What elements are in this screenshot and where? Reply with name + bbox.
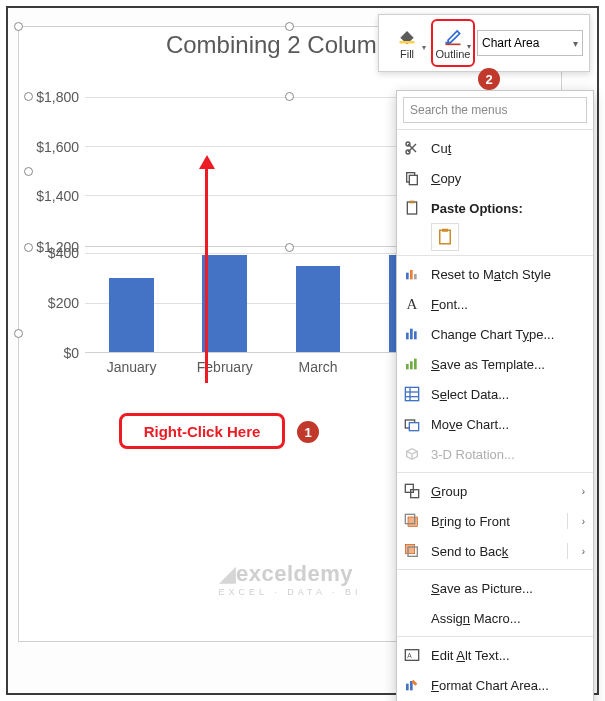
bar[interactable] <box>109 278 154 352</box>
svg-rect-24 <box>409 423 418 431</box>
menu-bring-to-front[interactable]: Bring to Front › <box>397 506 593 536</box>
menu-3d-rotation: 3-D Rotation... <box>397 439 593 469</box>
svg-rect-1 <box>446 44 461 46</box>
annotation-arrow-head <box>199 155 215 169</box>
paint-bucket-icon <box>396 26 418 46</box>
fill-button[interactable]: Fill ▾ <box>385 19 429 67</box>
chevron-right-icon: › <box>582 546 585 557</box>
svg-rect-11 <box>410 270 413 279</box>
paste-option-keep-source[interactable] <box>431 223 459 251</box>
cube-icon <box>403 445 421 463</box>
copy-icon <box>403 169 421 187</box>
svg-rect-17 <box>410 361 413 369</box>
context-menu: Search the menus Cut Copy Paste Options:… <box>396 90 594 701</box>
menu-reset-match-style[interactable]: Reset to Match Style <box>397 259 593 289</box>
menu-move-chart[interactable]: Move Chart... <box>397 409 593 439</box>
app-frame: Combining 2 Column C $1,800 $1,600 $1,40… <box>6 6 599 695</box>
menu-select-data[interactable]: Select Data... <box>397 379 593 409</box>
svg-rect-10 <box>406 273 409 280</box>
svg-rect-26 <box>411 490 419 498</box>
menu-group[interactable]: Group › <box>397 476 593 506</box>
svg-rect-14 <box>410 329 413 340</box>
svg-rect-18 <box>414 359 417 370</box>
menu-assign-macro[interactable]: Assign Macro... <box>397 603 593 633</box>
secondary-y-axis: $400 $200 $0 <box>29 253 83 353</box>
svg-rect-27 <box>408 517 417 526</box>
menu-format-chart-area[interactable]: Format Chart Area... <box>397 670 593 700</box>
primary-y-axis: $1,800 $1,600 $1,400 $1,200 <box>29 97 83 247</box>
svg-rect-9 <box>442 229 448 232</box>
annotation-arrow <box>205 165 208 383</box>
svg-rect-29 <box>405 544 414 553</box>
svg-rect-8 <box>440 230 451 244</box>
mini-toolbar: Fill ▾ Outline ▾ Chart Area ▾ <box>378 14 590 72</box>
svg-rect-5 <box>409 175 417 184</box>
chevron-right-icon: › <box>582 486 585 497</box>
svg-rect-15 <box>414 331 417 339</box>
paste-clipboard-icon <box>436 228 454 246</box>
svg-rect-6 <box>407 202 416 214</box>
group-icon <box>403 482 421 500</box>
menu-search[interactable]: Search the menus <box>403 97 587 123</box>
menu-change-chart-type[interactable]: Change Chart Type... <box>397 319 593 349</box>
step-badge-2: 2 <box>478 68 500 90</box>
pen-outline-icon <box>442 26 464 46</box>
bring-front-icon <box>403 512 421 530</box>
menu-cut[interactable]: Cut <box>397 133 593 163</box>
svg-rect-7 <box>409 201 414 204</box>
svg-rect-0 <box>400 41 415 44</box>
move-chart-icon <box>403 415 421 433</box>
font-icon: A <box>403 295 421 313</box>
clipboard-icon <box>403 199 421 217</box>
menu-paste-options-header: Paste Options: <box>397 193 593 223</box>
svg-rect-25 <box>405 484 413 492</box>
svg-text:A: A <box>407 652 412 659</box>
menu-edit-alt-text[interactable]: A Edit Alt Text... <box>397 640 593 670</box>
annotation-callout: Right-Click Here <box>119 413 285 449</box>
send-back-icon <box>403 542 421 560</box>
bar[interactable] <box>202 255 247 352</box>
svg-rect-33 <box>406 684 409 691</box>
svg-rect-12 <box>414 274 417 279</box>
select-data-icon <box>403 385 421 403</box>
svg-rect-13 <box>406 333 409 340</box>
chevron-down-icon: ▾ <box>573 38 578 49</box>
step-badge-1: 1 <box>297 421 319 443</box>
svg-rect-16 <box>406 364 409 369</box>
format-icon <box>403 676 421 694</box>
alt-text-icon: A <box>403 646 421 664</box>
chart-element-selector[interactable]: Chart Area ▾ <box>477 30 583 56</box>
outline-button[interactable]: Outline ▾ <box>431 19 475 67</box>
menu-font[interactable]: A Font... <box>397 289 593 319</box>
bar[interactable] <box>296 266 341 352</box>
chart-type-icon <box>403 325 421 343</box>
scissors-icon <box>403 139 421 157</box>
menu-copy[interactable]: Copy <box>397 163 593 193</box>
reset-style-icon <box>403 265 421 283</box>
chevron-right-icon: › <box>582 516 585 527</box>
watermark: ◢exceldemy EXCEL · DATA · BI <box>219 561 362 597</box>
svg-rect-19 <box>405 387 418 400</box>
save-template-icon <box>403 355 421 373</box>
menu-save-template[interactable]: Save as Template... <box>397 349 593 379</box>
menu-send-to-back[interactable]: Send to Back › <box>397 536 593 566</box>
menu-save-as-picture[interactable]: Save as Picture... <box>397 573 593 603</box>
